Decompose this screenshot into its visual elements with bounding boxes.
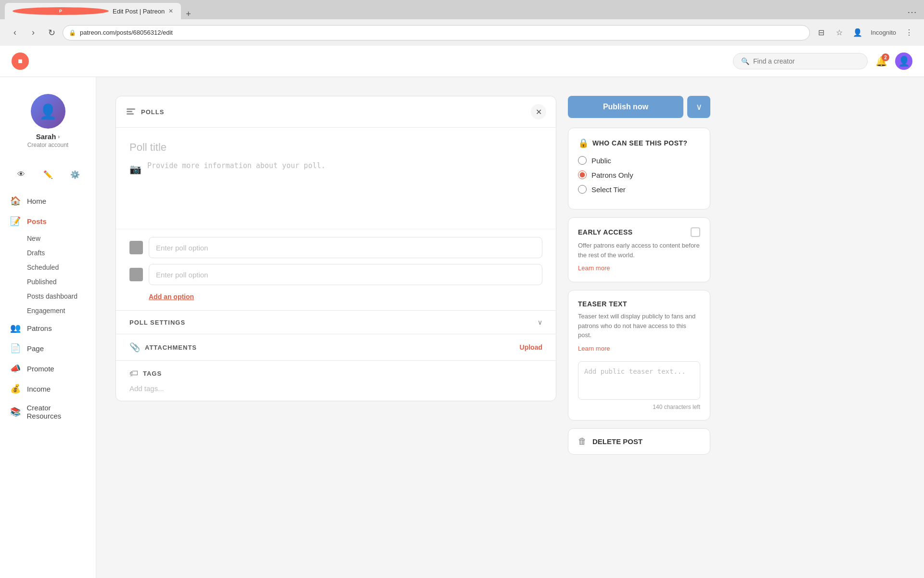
sidebar-subitem-dashboard[interactable]: Posts dashboard: [27, 289, 96, 303]
bookmark-icon[interactable]: ☆: [832, 26, 847, 40]
sidebar-profile: 👤 Sarah › Creator account: [0, 84, 96, 158]
profile-icon[interactable]: 👤: [850, 26, 865, 40]
browser-toolbar: ‹ › ↻ 🔒 patreon.com/posts/68056312/edit …: [0, 19, 924, 46]
tab-bar: P Edit Post | Patreon ✕ + ⋯: [0, 0, 924, 19]
search-input[interactable]: [753, 57, 860, 65]
notification-badge: 2: [882, 53, 889, 61]
back-button[interactable]: ‹: [8, 26, 22, 40]
delete-post-section[interactable]: 🗑 DELETE POST: [568, 428, 710, 455]
publish-dropdown-chevron-icon: ∨: [696, 102, 702, 112]
svg-rect-2: [127, 113, 134, 115]
profile-chevron-icon: ›: [58, 133, 60, 140]
sidebar-item-creator-resources[interactable]: 📚 Creator Resources: [0, 399, 96, 425]
profile-name[interactable]: Sarah ›: [36, 132, 60, 141]
settings-button[interactable]: ⚙️: [66, 166, 84, 183]
reload-button[interactable]: ↻: [44, 26, 59, 40]
sidebar-item-posts[interactable]: 📝 Posts: [0, 211, 96, 231]
topbar-right-actions: 🔔 2 👤: [875, 53, 912, 70]
early-access-section: EARLY ACCESS Offer patrons early access …: [568, 217, 710, 282]
visibility-patrons-option[interactable]: Patrons Only: [578, 171, 700, 179]
poll-settings-label: POLL SETTINGS: [129, 319, 185, 326]
sidebar-subitem-scheduled[interactable]: Scheduled: [27, 260, 96, 275]
poll-settings-header[interactable]: POLL SETTINGS ∨: [116, 311, 556, 334]
search-box[interactable]: 🔍: [733, 53, 868, 69]
profile-avatar: 👤: [31, 94, 65, 129]
minimize-browser[interactable]: ⋯: [905, 5, 919, 19]
visibility-public-label: Public: [591, 157, 611, 165]
main-content: POLLS ✕ 📷: [96, 46, 924, 578]
polls-icon: [126, 105, 136, 118]
home-label: Home: [27, 197, 46, 205]
posts-icon: 📝: [10, 216, 21, 226]
tags-input[interactable]: [129, 384, 542, 393]
sidebar-item-patrons[interactable]: 👥 Patrons: [0, 318, 96, 338]
teaser-text-input[interactable]: [578, 361, 700, 400]
tab-close-button[interactable]: ✕: [168, 8, 173, 14]
sidebar-subitem-new[interactable]: New: [27, 231, 96, 246]
early-access-checkbox[interactable]: [691, 227, 700, 237]
poll-body: 📷: [116, 128, 556, 229]
attachments-header: 📎 ATTACHMENTS: [129, 342, 197, 353]
new-tab-button[interactable]: +: [182, 9, 195, 19]
teaser-learn-more-link[interactable]: Learn more: [578, 345, 610, 352]
notifications-button[interactable]: 🔔 2: [875, 55, 887, 67]
sidebar-subitem-drafts[interactable]: Drafts: [27, 246, 96, 260]
tags-label: TAGS: [143, 370, 162, 377]
forward-button[interactable]: ›: [26, 26, 40, 40]
patrons-icon: 👥: [10, 323, 21, 333]
poll-header: POLLS ✕: [116, 96, 556, 128]
editor-area: POLLS ✕ 📷: [96, 84, 568, 559]
sidebar-subitem-published[interactable]: Published: [27, 275, 96, 289]
browser-chrome: P Edit Post | Patreon ✕ + ⋯ ‹ › ↻ 🔒 patr…: [0, 0, 924, 46]
delete-post-label: DELETE POST: [592, 437, 642, 446]
cast-icon[interactable]: ⊟: [814, 26, 828, 40]
option-2-color-swatch: [129, 268, 143, 281]
poll-option-row-1: [129, 237, 542, 258]
visibility-tier-option[interactable]: Select Tier: [578, 185, 700, 194]
sidebar-subitem-engagement[interactable]: Engagement: [27, 303, 96, 318]
menu-button[interactable]: ⋮: [902, 26, 916, 40]
poll-option-row-2: [129, 264, 542, 285]
address-bar[interactable]: 🔒 patreon.com/posts/68056312/edit: [63, 25, 810, 40]
edit-button[interactable]: ✏️: [39, 166, 57, 183]
attachment-icon: 📎: [129, 342, 140, 353]
tags-section: 🏷 TAGS: [116, 360, 556, 401]
character-count: 140 characters left: [578, 404, 700, 410]
patrons-label: Patrons: [27, 324, 52, 332]
poll-desc-area: 📷: [129, 161, 542, 219]
sidebar-item-promote[interactable]: 📣 Promote: [0, 358, 96, 379]
visibility-public-option[interactable]: Public: [578, 156, 700, 165]
upload-button[interactable]: Upload: [520, 343, 542, 351]
patreon-logo: ■: [12, 53, 29, 70]
visibility-patrons-radio[interactable]: [578, 171, 587, 179]
home-icon: 🏠: [10, 196, 21, 206]
sidebar-item-page[interactable]: 📄 Page: [0, 338, 96, 358]
incognito-label: Incognito: [871, 29, 896, 36]
publish-dropdown-button[interactable]: ∨: [687, 96, 710, 118]
lock-icon: 🔒: [69, 29, 76, 36]
add-option-button[interactable]: Add an option: [149, 291, 194, 302]
visibility-public-radio[interactable]: [578, 156, 587, 165]
visibility-tier-label: Select Tier: [591, 185, 626, 194]
sidebar-item-home[interactable]: 🏠 Home: [0, 191, 96, 211]
sidebar: 👤 Sarah › Creator account 👁 ✏️ ⚙️ 🏠 Home…: [0, 46, 96, 578]
poll-description-input[interactable]: [147, 161, 542, 210]
right-panel: Publish now ∨ 🔒 WHO CAN SEE THIS POST? P…: [568, 84, 722, 559]
camera-button[interactable]: 📷: [129, 163, 141, 175]
search-area: 🔍: [733, 53, 868, 69]
topbar: ■ 🔍 🔔 2 👤: [0, 46, 924, 77]
publish-now-button[interactable]: Publish now: [568, 96, 683, 118]
view-page-button[interactable]: 👁: [13, 166, 30, 183]
poll-close-button[interactable]: ✕: [531, 104, 546, 119]
poll-title-input[interactable]: [129, 137, 542, 158]
sidebar-item-income[interactable]: 💰 Income: [0, 379, 96, 399]
app-container: ■ 🔍 🔔 2 👤 👤 Sarah ›: [0, 46, 924, 578]
active-tab[interactable]: P Edit Post | Patreon ✕: [5, 3, 181, 19]
poll-option-2-input[interactable]: [149, 264, 542, 285]
visibility-tier-radio[interactable]: [578, 185, 587, 194]
early-access-learn-more-link[interactable]: Learn more: [578, 264, 610, 272]
promote-label: Promote: [27, 365, 54, 373]
poll-option-1-input[interactable]: [149, 237, 542, 258]
user-avatar[interactable]: 👤: [895, 53, 912, 70]
svg-rect-0: [127, 108, 135, 110]
